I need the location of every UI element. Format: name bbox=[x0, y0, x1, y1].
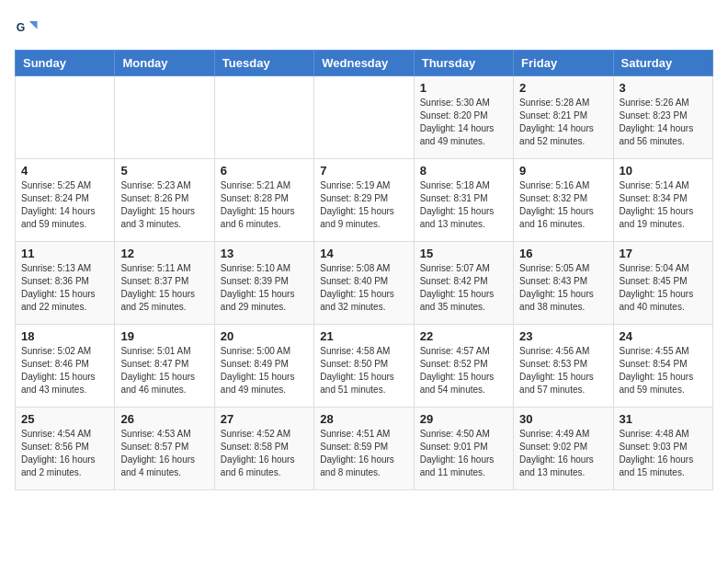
day-cell: 24Sunrise: 4:55 AM Sunset: 8:54 PM Dayli… bbox=[613, 325, 712, 408]
week-row-2: 4Sunrise: 5:25 AM Sunset: 8:24 PM Daylig… bbox=[16, 159, 713, 242]
day-cell: 30Sunrise: 4:49 AM Sunset: 9:02 PM Dayli… bbox=[514, 408, 613, 490]
day-info: Sunrise: 5:11 AM Sunset: 8:37 PM Dayligh… bbox=[120, 262, 208, 314]
day-number: 18 bbox=[21, 329, 108, 343]
day-info: Sunrise: 5:07 AM Sunset: 8:42 PM Dayligh… bbox=[420, 262, 507, 314]
day-cell: 6Sunrise: 5:21 AM Sunset: 8:28 PM Daylig… bbox=[214, 159, 313, 242]
day-number: 9 bbox=[519, 164, 607, 178]
day-number: 23 bbox=[519, 329, 607, 343]
day-number: 7 bbox=[320, 164, 407, 178]
day-number: 19 bbox=[120, 329, 208, 343]
day-cell bbox=[214, 76, 313, 159]
logo: G bbox=[15, 15, 44, 40]
day-info: Sunrise: 5:04 AM Sunset: 8:45 PM Dayligh… bbox=[620, 262, 707, 314]
day-cell: 4Sunrise: 5:25 AM Sunset: 8:24 PM Daylig… bbox=[16, 159, 115, 242]
week-row-1: 1Sunrise: 5:30 AM Sunset: 8:20 PM Daylig… bbox=[16, 76, 713, 159]
day-cell: 16Sunrise: 5:05 AM Sunset: 8:43 PM Dayli… bbox=[514, 242, 613, 325]
day-info: Sunrise: 5:25 AM Sunset: 8:24 PM Dayligh… bbox=[21, 179, 108, 231]
weekday-wednesday: Wednesday bbox=[314, 51, 414, 76]
day-cell bbox=[16, 76, 115, 159]
day-info: Sunrise: 4:52 AM Sunset: 8:58 PM Dayligh… bbox=[221, 428, 308, 479]
day-cell: 21Sunrise: 4:58 AM Sunset: 8:50 PM Dayli… bbox=[314, 325, 414, 408]
weekday-saturday: Saturday bbox=[613, 51, 712, 76]
day-number: 5 bbox=[120, 164, 208, 178]
day-cell: 29Sunrise: 4:50 AM Sunset: 9:01 PM Dayli… bbox=[414, 408, 513, 490]
day-info: Sunrise: 5:23 AM Sunset: 8:26 PM Dayligh… bbox=[120, 179, 208, 231]
day-cell: 12Sunrise: 5:11 AM Sunset: 8:37 PM Dayli… bbox=[115, 242, 214, 325]
day-cell: 15Sunrise: 5:07 AM Sunset: 8:42 PM Dayli… bbox=[414, 242, 513, 325]
calendar-body: 1Sunrise: 5:30 AM Sunset: 8:20 PM Daylig… bbox=[16, 76, 713, 490]
day-cell: 23Sunrise: 4:56 AM Sunset: 8:53 PM Dayli… bbox=[514, 325, 613, 408]
day-cell bbox=[115, 76, 214, 159]
day-cell: 19Sunrise: 5:01 AM Sunset: 8:47 PM Dayli… bbox=[115, 325, 214, 408]
day-cell: 17Sunrise: 5:04 AM Sunset: 8:45 PM Dayli… bbox=[613, 242, 712, 325]
day-cell: 10Sunrise: 5:14 AM Sunset: 8:34 PM Dayli… bbox=[613, 159, 712, 242]
page-header: G bbox=[15, 15, 713, 40]
day-number: 2 bbox=[519, 81, 607, 95]
day-number: 6 bbox=[221, 164, 308, 178]
day-number: 17 bbox=[620, 247, 707, 260]
day-info: Sunrise: 5:08 AM Sunset: 8:40 PM Dayligh… bbox=[320, 262, 407, 314]
day-info: Sunrise: 5:26 AM Sunset: 8:23 PM Dayligh… bbox=[620, 97, 707, 148]
day-cell: 2Sunrise: 5:28 AM Sunset: 8:21 PM Daylig… bbox=[514, 76, 613, 159]
day-cell: 7Sunrise: 5:19 AM Sunset: 8:29 PM Daylig… bbox=[314, 159, 414, 242]
day-info: Sunrise: 4:54 AM Sunset: 8:56 PM Dayligh… bbox=[21, 428, 108, 479]
day-number: 27 bbox=[221, 412, 308, 426]
day-info: Sunrise: 5:13 AM Sunset: 8:36 PM Dayligh… bbox=[21, 262, 108, 314]
day-info: Sunrise: 4:58 AM Sunset: 8:50 PM Dayligh… bbox=[320, 345, 407, 396]
day-number: 31 bbox=[620, 412, 707, 426]
day-cell: 22Sunrise: 4:57 AM Sunset: 8:52 PM Dayli… bbox=[414, 325, 513, 408]
weekday-header-row: SundayMondayTuesdayWednesdayThursdayFrid… bbox=[16, 51, 713, 76]
svg-marker-1 bbox=[29, 21, 38, 29]
day-info: Sunrise: 4:50 AM Sunset: 9:01 PM Dayligh… bbox=[420, 428, 507, 479]
day-cell: 26Sunrise: 4:53 AM Sunset: 8:57 PM Dayli… bbox=[115, 408, 214, 490]
day-info: Sunrise: 4:48 AM Sunset: 9:03 PM Dayligh… bbox=[620, 428, 707, 479]
day-cell: 28Sunrise: 4:51 AM Sunset: 8:59 PM Dayli… bbox=[314, 408, 414, 490]
weekday-thursday: Thursday bbox=[414, 51, 513, 76]
weekday-sunday: Sunday bbox=[16, 51, 115, 76]
logo-icon: G bbox=[15, 15, 40, 40]
day-cell: 20Sunrise: 5:00 AM Sunset: 8:49 PM Dayli… bbox=[214, 325, 313, 408]
day-cell: 11Sunrise: 5:13 AM Sunset: 8:36 PM Dayli… bbox=[16, 242, 115, 325]
day-cell: 1Sunrise: 5:30 AM Sunset: 8:20 PM Daylig… bbox=[414, 76, 513, 159]
day-cell: 8Sunrise: 5:18 AM Sunset: 8:31 PM Daylig… bbox=[414, 159, 513, 242]
day-number: 15 bbox=[420, 247, 507, 260]
day-number: 30 bbox=[519, 412, 607, 426]
day-number: 11 bbox=[21, 247, 108, 260]
day-number: 3 bbox=[620, 81, 707, 95]
weekday-monday: Monday bbox=[115, 51, 214, 76]
day-info: Sunrise: 5:05 AM Sunset: 8:43 PM Dayligh… bbox=[519, 262, 607, 314]
day-number: 25 bbox=[21, 412, 108, 426]
day-number: 16 bbox=[519, 247, 607, 260]
day-cell: 18Sunrise: 5:02 AM Sunset: 8:46 PM Dayli… bbox=[16, 325, 115, 408]
day-info: Sunrise: 4:57 AM Sunset: 8:52 PM Dayligh… bbox=[420, 345, 507, 396]
day-info: Sunrise: 4:56 AM Sunset: 8:53 PM Dayligh… bbox=[519, 345, 607, 396]
day-cell: 13Sunrise: 5:10 AM Sunset: 8:39 PM Dayli… bbox=[214, 242, 313, 325]
day-cell: 3Sunrise: 5:26 AM Sunset: 8:23 PM Daylig… bbox=[613, 76, 712, 159]
day-info: Sunrise: 5:21 AM Sunset: 8:28 PM Dayligh… bbox=[221, 179, 308, 231]
weekday-friday: Friday bbox=[514, 51, 613, 76]
weekday-tuesday: Tuesday bbox=[214, 51, 313, 76]
day-info: Sunrise: 4:55 AM Sunset: 8:54 PM Dayligh… bbox=[620, 345, 707, 396]
day-number: 1 bbox=[420, 81, 507, 95]
week-row-5: 25Sunrise: 4:54 AM Sunset: 8:56 PM Dayli… bbox=[16, 408, 713, 490]
day-cell: 5Sunrise: 5:23 AM Sunset: 8:26 PM Daylig… bbox=[115, 159, 214, 242]
day-number: 24 bbox=[620, 329, 707, 343]
day-info: Sunrise: 5:10 AM Sunset: 8:39 PM Dayligh… bbox=[221, 262, 308, 314]
day-number: 26 bbox=[120, 412, 208, 426]
day-cell: 27Sunrise: 4:52 AM Sunset: 8:58 PM Dayli… bbox=[214, 408, 313, 490]
day-info: Sunrise: 5:00 AM Sunset: 8:49 PM Dayligh… bbox=[221, 345, 308, 396]
week-row-4: 18Sunrise: 5:02 AM Sunset: 8:46 PM Dayli… bbox=[16, 325, 713, 408]
day-number: 10 bbox=[620, 164, 707, 178]
day-number: 21 bbox=[320, 329, 407, 343]
day-number: 14 bbox=[320, 247, 407, 260]
day-info: Sunrise: 5:18 AM Sunset: 8:31 PM Dayligh… bbox=[420, 179, 507, 231]
day-cell: 9Sunrise: 5:16 AM Sunset: 8:32 PM Daylig… bbox=[514, 159, 613, 242]
day-number: 20 bbox=[221, 329, 308, 343]
week-row-3: 11Sunrise: 5:13 AM Sunset: 8:36 PM Dayli… bbox=[16, 242, 713, 325]
day-info: Sunrise: 5:19 AM Sunset: 8:29 PM Dayligh… bbox=[320, 179, 407, 231]
day-info: Sunrise: 5:28 AM Sunset: 8:21 PM Dayligh… bbox=[519, 97, 607, 148]
day-info: Sunrise: 4:53 AM Sunset: 8:57 PM Dayligh… bbox=[120, 428, 208, 479]
day-number: 22 bbox=[420, 329, 507, 343]
day-number: 29 bbox=[420, 412, 507, 426]
day-number: 28 bbox=[320, 412, 407, 426]
